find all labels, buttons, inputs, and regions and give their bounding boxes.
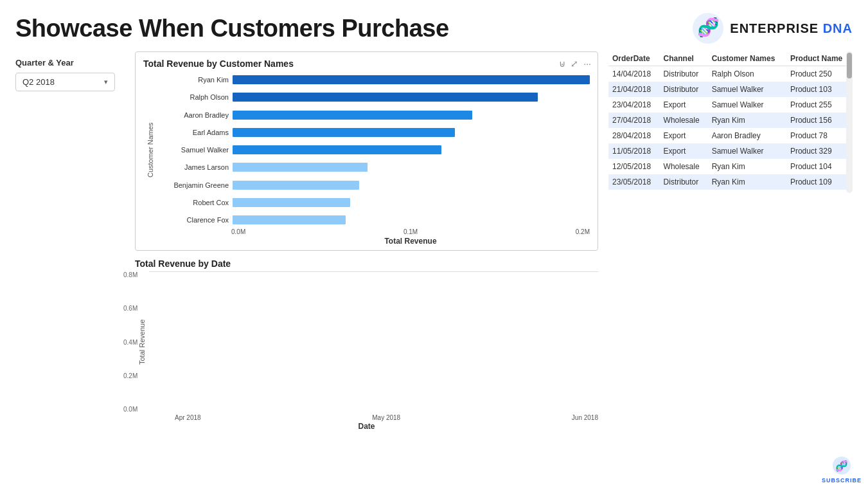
table-column-header: Product Name [786,51,853,66]
bar-track [233,111,590,120]
bar-label: Clarence Fox [159,216,233,224]
bar-label: James Larson [159,163,233,171]
table-row: 23/05/2018DistributorRyan KimProduct 109 [608,174,853,190]
table-cell: Product 329 [786,143,853,159]
bar-track [233,198,590,207]
page-header: Showcase When Customers Purchase 🧬 ENTER… [0,0,868,51]
bar-track [233,128,590,137]
bar-fill [233,111,472,120]
bar-row: Robert Cox [159,195,590,210]
bar-row: Samuel Walker [159,143,590,157]
bar-row: Aaron Bradley [159,108,590,122]
bar-chart-ylabel: Customer Names [143,73,157,227]
page-title: Showcase When Customers Purchase [15,15,449,42]
date-x-tick: May 2018 [372,414,400,421]
quarter-year-dropdown[interactable]: Q2 2018 ▾ [15,73,115,91]
table-cell: Export [660,128,708,143]
bar-row: James Larson [159,160,590,174]
table-cell: Export [660,190,708,193]
bar-label: Robert Cox [159,199,233,206]
date-x-tick: Jun 2018 [572,414,598,421]
table-cell: Wholesale [660,113,708,128]
filter-label: Quarter & Year [15,58,125,68]
y-tick: 0.2M [123,372,137,379]
bar-chart-xlabel: Total Revenue [231,237,590,246]
bar-chart-area: Customer Names Ryan KimRalph OlsonAaron … [143,73,590,227]
table-cell: Distributor [660,66,708,82]
bar-track [233,163,590,172]
scrollbar-track[interactable] [846,51,853,193]
logo-text: ENTERPRISE DNA [730,21,853,36]
y-tick: 0.4M [123,339,137,346]
main-content: Quarter & Year Q2 2018 ▾ Total Revenue b… [0,51,868,484]
table-cell: Aaron Bradley [708,128,786,143]
table-cell: 28/04/2018 [608,128,660,143]
data-table: OrderDateChannelCustomer NamesProduct Na… [608,51,853,193]
svg-text:🧬: 🧬 [697,17,720,38]
y-tick: 0.6M [123,305,137,312]
table-cell: Wholesale [660,159,708,174]
bar-row: Clarence Fox [159,213,590,227]
table-cell: 23/04/2018 [608,97,660,113]
table-cell: Export [660,97,708,113]
x-tick: 0.1M [403,228,418,235]
bar-row: Earl Adams [159,125,590,140]
chevron-down-icon: ▾ [104,78,108,86]
table-row: 14/04/2018DistributorRalph OlsonProduct … [608,66,853,82]
bar-chart-inner: Ryan KimRalph OlsonAaron BradleyEarl Ada… [159,73,590,227]
table-cell: Ralph Olson [708,190,786,193]
date-xlabel: Date [135,422,598,431]
filter-icon[interactable]: ⊎ [559,59,565,69]
bar-fill [233,93,538,102]
table-row: 11/05/2018ExportSamuel WalkerProduct 329 [608,143,853,159]
bar-label: Ralph Olson [159,93,233,101]
table-cell: Product 156 [786,113,853,128]
bar-row: Ralph Olson [159,90,590,104]
table-cell: Product 250 [786,66,853,82]
table-cell: Distributor [660,82,708,97]
table-cell: 21/04/2018 [608,82,660,97]
table-cell: 11/05/2018 [608,143,660,159]
more-icon[interactable]: ··· [583,59,591,69]
bar-fill [233,215,346,224]
table-cell: Ralph Olson [708,66,786,82]
table-cell: Product 104 [786,159,853,174]
scrollbar-thumb[interactable] [847,53,852,78]
bar-fill [233,198,350,207]
subscribe-area[interactable]: 🧬 SUBSCRIBE [822,455,862,484]
subscribe-label: SUBSCRIBE [822,477,862,484]
bar-chart-panel: Total Revenue by Customer Names ⊎ ⤢ ··· … [135,51,598,251]
table-cell: Product 109 [786,174,853,190]
table-cell: Export [660,143,708,159]
bar-fill [233,181,359,190]
date-chart-panel: Total Revenue by Date Total Revenue 0.8M… [135,256,598,484]
table-cell: 12/05/2018 [608,159,660,174]
table-cell: 14/04/2018 [608,66,660,82]
table-column-header: Channel [660,51,708,66]
table-header: OrderDateChannelCustomer NamesProduct Na… [608,51,853,66]
date-chart-title: Total Revenue by Date [135,259,598,269]
x-tick: 0.2M [576,228,590,235]
date-xaxis: Apr 2018May 2018Jun 2018 [175,414,598,421]
sidebar: Quarter & Year Q2 2018 ▾ [15,51,125,484]
date-chart-area: Total Revenue 0.8M0.6M0.4M0.2M0.0M [135,271,598,413]
expand-icon[interactable]: ⤢ [571,59,578,69]
panel-toolbar: ⊎ ⤢ ··· [559,59,591,69]
bar-chart-title: Total Revenue by Customer Names [143,59,590,69]
table-cell: Ryan Kim [708,159,786,174]
table-row: 23/05/2018ExportRalph OlsonProduct 132 [608,190,853,193]
table-cell: Samuel Walker [708,143,786,159]
table-container: OrderDateChannelCustomer NamesProduct Na… [608,51,853,193]
bar-track [233,215,590,224]
table-cell: Samuel Walker [708,97,786,113]
bar-row: Ryan Kim [159,73,590,87]
dropdown-value: Q2 2018 [22,77,55,87]
date-chart-inner [149,271,598,272]
table-column-header: Customer Names [708,51,786,66]
table-row: 23/04/2018ExportSamuel WalkerProduct 255 [608,97,853,113]
subscribe-dna-icon: 🧬 [831,455,852,476]
table-cell: Product 132 [786,190,853,193]
table-cell: Samuel Walker [708,82,786,97]
table-cell: Product 78 [786,128,853,143]
y-tick: 0.0M [123,406,137,413]
